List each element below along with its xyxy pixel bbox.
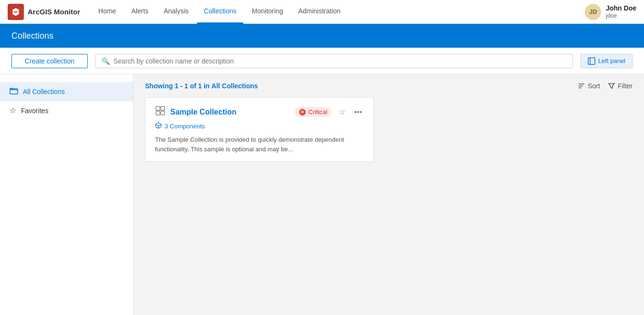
create-collection-button[interactable]: Create collection [11,54,88,68]
nav-administration[interactable]: Administration [291,0,347,24]
sort-button[interactable]: Sort [578,82,600,90]
nav-home[interactable]: Home [92,0,123,24]
collections-icon [10,87,18,96]
results-actions: Sort Filter [578,82,633,90]
range-end: 1 [184,82,188,90]
sort-label: Sort [588,82,600,90]
sidebar: All Collections ☆ Favorites [0,74,134,315]
status-label: Critical [308,108,327,116]
left-panel-button[interactable]: Left panel [581,54,633,68]
nav-monitoring[interactable]: Monitoring [245,0,290,24]
svg-rect-8 [161,106,165,110]
collection-description: The Sample Collection is provided to qui… [155,135,364,154]
left-panel-label: Left panel [598,57,625,64]
results-text: Showing 1 - 1 of 1 in All Collections [145,82,258,90]
nav-alerts[interactable]: Alerts [125,0,155,24]
grid-icon [155,105,166,116]
user-username: jdoe [606,12,636,20]
svg-rect-10 [161,111,165,115]
range-start: 1 [175,82,178,90]
app-logo[interactable]: ArcGIS Monitor [8,4,80,20]
main-content: All Collections ☆ Favorites Showing 1 - … [0,74,644,315]
results-total: 1 [198,82,202,90]
results-scope: All Collections [211,82,258,90]
collection-title[interactable]: Sample Collection [170,108,290,116]
sidebar-favorites-label: Favorites [21,107,49,115]
svg-rect-9 [156,111,160,115]
filter-button[interactable]: Filter [608,82,633,90]
filter-label: Filter [618,82,633,90]
cube-icon [155,122,162,129]
svg-rect-0 [12,10,19,14]
toolbar: Create collection 🔍 Left panel [0,48,644,74]
of-label: of [190,82,196,90]
search-icon: 🔍 [102,57,110,65]
collection-card-icon [155,105,166,118]
folder-icon [10,87,18,94]
page-title: Collections [11,31,53,41]
showing-label: Showing [145,82,173,90]
collection-components-link[interactable]: 3 Components [155,122,364,130]
results-header: Showing 1 - 1 of 1 in All Collections So… [145,82,633,90]
favorite-button[interactable]: ☆ [337,106,347,117]
user-info: John Doe jdoe [606,4,636,20]
left-panel-icon [588,57,595,65]
star-icon: ☆ [10,106,16,115]
top-navigation: ArcGIS Monitor Home Alerts Analysis Coll… [0,0,644,24]
user-menu[interactable]: JD John Doe jdoe [585,4,636,20]
nav-collections[interactable]: Collections [197,0,243,24]
more-options-button[interactable]: ••• [352,107,364,117]
nav-analysis[interactable]: Analysis [157,0,195,24]
status-dot [299,109,306,116]
user-name: John Doe [606,4,636,12]
sidebar-item-all-collections[interactable]: All Collections [0,82,133,101]
in-label: in [204,82,209,90]
collections-area: Showing 1 - 1 of 1 in All Collections So… [134,74,644,315]
sidebar-item-favorites[interactable]: ☆ Favorites [0,101,133,120]
components-label: 3 Components [165,123,205,130]
search-bar: 🔍 [95,54,573,68]
sort-icon [578,83,585,89]
filter-icon [608,83,615,89]
search-input[interactable] [114,57,567,65]
app-name: ArcGIS Monitor [28,8,80,16]
logo-icon [8,4,24,20]
nav-links: Home Alerts Analysis Collections Monitor… [92,0,585,24]
collection-card: Sample Collection Critical ☆ ••• 3 Compo… [145,97,374,162]
svg-rect-1 [588,58,595,64]
card-header: Sample Collection Critical ☆ ••• [155,105,364,118]
page-header: Collections [0,24,644,48]
avatar: JD [585,4,601,20]
svg-rect-7 [156,106,160,110]
sidebar-all-collections-label: All Collections [23,88,65,95]
logo-svg [11,7,21,17]
component-icon [155,122,162,130]
status-badge: Critical [294,107,332,117]
